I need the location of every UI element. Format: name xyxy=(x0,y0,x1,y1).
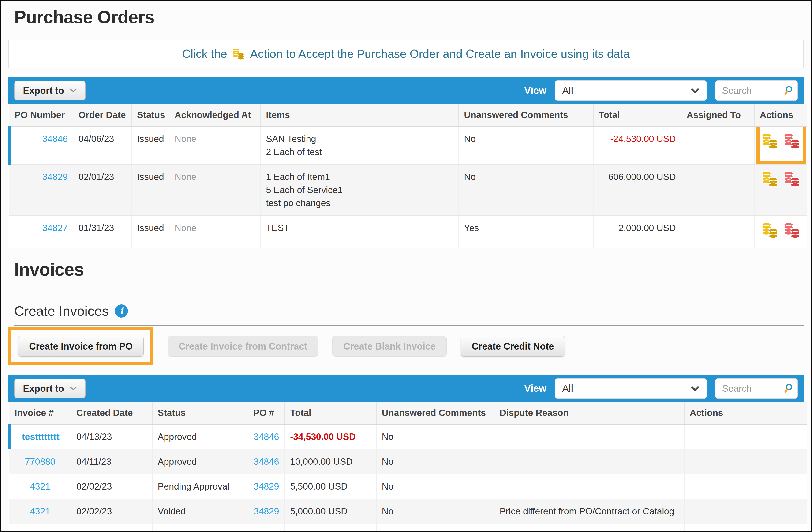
invoice-export-button[interactable]: Export to xyxy=(14,379,86,398)
po-number-link[interactable]: 34846 xyxy=(253,457,279,466)
search-icon[interactable] xyxy=(783,382,794,394)
acknowledged-cell: None xyxy=(169,126,261,165)
po-number-link[interactable]: 34829 xyxy=(253,481,279,491)
col-acknowledged-at: Acknowledged At xyxy=(169,104,261,126)
gold-coins-icon xyxy=(232,47,245,60)
invoice-toolbar: Export to View All xyxy=(8,375,804,402)
invoice-view-label: View xyxy=(524,383,547,394)
po-number-link[interactable]: 34829 xyxy=(253,506,279,516)
total-cell: -34,530.00 USD xyxy=(285,424,376,449)
po-view-value: All xyxy=(562,85,573,96)
status-cell: Voided xyxy=(152,499,248,524)
reject-po-coins-icon[interactable] xyxy=(783,132,801,150)
create-invoice-from-po-button[interactable]: Create Invoice from PO xyxy=(18,336,144,356)
accept-po-coins-icon[interactable] xyxy=(761,132,780,150)
invoice-toolbar-right: View All xyxy=(524,378,798,398)
invoice-table: Invoice # Created Date Status PO # Total… xyxy=(8,402,807,532)
po-number-link[interactable]: 34829 xyxy=(253,531,279,532)
po-number-link[interactable]: 34829 xyxy=(42,172,68,182)
po-number-link[interactable]: 34846 xyxy=(253,432,279,442)
create-invoices-subtitle: Create Invoices i xyxy=(14,303,811,319)
col-assigned-to: Assigned To xyxy=(681,104,754,126)
total-cell: 2,000.00 USD xyxy=(593,215,681,248)
reject-po-coins-icon[interactable] xyxy=(783,170,801,188)
items-cell: TEST xyxy=(261,215,459,248)
create-blank-invoice-button: Create Blank Invoice xyxy=(332,336,447,356)
po-number-link[interactable]: 34827 xyxy=(42,223,68,233)
status-cell: Issued xyxy=(132,126,169,165)
invoice-view-value: All xyxy=(562,383,573,394)
create-credit-note-button[interactable]: Create Credit Note xyxy=(461,336,565,356)
invoice-number-link[interactable]: 4321 xyxy=(30,506,50,516)
invoice-export-label: Export to xyxy=(23,383,64,394)
item-line: TEST xyxy=(266,221,453,235)
status-cell: Pending Approval xyxy=(152,474,248,499)
po-view-label: View xyxy=(524,85,547,96)
search-icon[interactable] xyxy=(783,84,794,97)
invoice-view-select[interactable]: All xyxy=(555,378,707,398)
assigned-to-cell xyxy=(681,215,754,248)
actions-cell xyxy=(684,449,807,474)
status-cell: Disputed xyxy=(152,524,248,532)
invoice-search-input[interactable] xyxy=(722,383,783,394)
po-header-row: PO Number Order Date Status Acknowledged… xyxy=(9,104,807,126)
actions-cell xyxy=(684,524,807,532)
actions-cell xyxy=(684,474,807,499)
unanswered-comments-cell: Yes xyxy=(459,215,593,248)
created-date-cell: 02/02/23 xyxy=(71,474,152,499)
po-export-label: Export to xyxy=(23,85,64,96)
col-po-number: PO Number xyxy=(9,104,73,126)
item-line: 2 Each of test xyxy=(266,145,453,158)
invoice-number-link[interactable]: 4321 xyxy=(30,531,50,532)
invoice-row: testttttttt 04/13/23 Approved 34846 -34,… xyxy=(9,424,807,449)
create-invoice-from-contract-button: Create Invoice from Contract xyxy=(168,336,318,356)
unanswered-comments-cell: No xyxy=(376,449,494,474)
unanswered-comments-cell: No xyxy=(376,499,494,524)
reject-po-coins-icon[interactable] xyxy=(783,221,801,239)
invoice-row: 4321 02/02/23 Disputed 34829 5,050.00 US… xyxy=(9,524,807,532)
chevron-down-icon xyxy=(691,386,699,391)
invoice-number-link[interactable]: testttttttt xyxy=(22,432,59,442)
actions-cell xyxy=(754,215,807,248)
created-date-cell: 02/02/23 xyxy=(71,524,152,532)
dispute-reason-cell xyxy=(494,474,684,499)
actions-cell xyxy=(684,499,807,524)
total-cell: 10,000.00 USD xyxy=(285,449,376,474)
acknowledged-cell: None xyxy=(169,215,261,248)
created-date-cell: 04/11/23 xyxy=(71,449,152,474)
invoice-header-row: Invoice # Created Date Status PO # Total… xyxy=(9,402,807,424)
col-total: Total xyxy=(285,402,376,424)
accept-po-coins-icon[interactable] xyxy=(761,221,780,239)
instruction-banner: Click the Action to Accept the Purchase … xyxy=(8,40,804,68)
po-row: 34846 04/06/23 Issued None SAN Testing 2… xyxy=(9,126,807,165)
acknowledged-cell: None xyxy=(169,165,261,215)
po-number-link[interactable]: 34846 xyxy=(42,134,68,144)
po-export-button[interactable]: Export to xyxy=(14,81,86,100)
po-view-select[interactable]: All xyxy=(555,81,707,101)
invoice-row: 4321 02/02/23 Voided 34829 5,000.00 USD … xyxy=(9,499,807,524)
invoice-number-link[interactable]: 770880 xyxy=(25,457,55,466)
info-icon[interactable]: i xyxy=(115,305,128,318)
items-cell: SAN Testing 2 Each of test xyxy=(261,126,459,165)
page: Purchase Orders Click the Action to Acce… xyxy=(0,0,812,532)
banner-text-after: Action to Accept the Purchase Order and … xyxy=(250,47,630,61)
status-cell: Approved xyxy=(152,449,248,474)
purchase-orders-title: Purchase Orders xyxy=(14,7,811,27)
created-date-cell: 02/02/23 xyxy=(71,499,152,524)
status-cell: Issued xyxy=(132,165,169,215)
accept-po-coins-icon[interactable] xyxy=(761,170,780,188)
items-cell: 1 Each of Item1 5 Each of Service1 test … xyxy=(261,165,459,215)
invoice-row: 770880 04/11/23 Approved 34846 10,000.00… xyxy=(9,449,807,474)
col-created-date: Created Date xyxy=(71,402,152,424)
order-date-cell: 02/01/23 xyxy=(73,165,132,215)
col-actions: Actions xyxy=(754,104,807,126)
total-cell: 5,050.00 USD xyxy=(285,524,376,532)
invoice-number-link[interactable]: 4321 xyxy=(30,481,50,491)
actions-cell xyxy=(684,424,807,449)
po-search-input[interactable] xyxy=(722,85,783,96)
po-toolbar: Export to View All xyxy=(8,78,804,104)
divider xyxy=(14,325,804,325)
resolve-dispute-icon[interactable] xyxy=(738,530,754,532)
status-cell: Approved xyxy=(152,424,248,449)
unanswered-comments-cell: No xyxy=(376,424,494,449)
